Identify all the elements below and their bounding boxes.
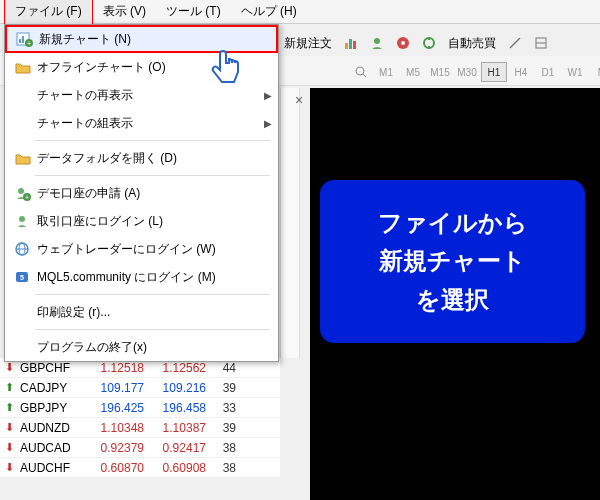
menu-item-label: チャートの再表示 (35, 87, 264, 104)
tf-w1[interactable]: W1 (562, 62, 588, 82)
menu-separator (35, 175, 270, 176)
close-icon[interactable]: × (295, 92, 303, 108)
web-icon (11, 239, 35, 259)
watchlist-row[interactable]: ⬆GBPJPY196.425196.45833 (0, 398, 280, 418)
demo-icon: + (11, 183, 35, 203)
blank-icon (11, 302, 35, 322)
file-menu-item[interactable]: +デモ口座の申請 (A) (5, 179, 278, 207)
svg-point-5 (401, 41, 405, 45)
menu-item-label: 印刷設定 (r)... (35, 304, 272, 321)
tf-mn[interactable]: M (589, 62, 600, 82)
file-menu-item[interactable]: +新規チャート (N) (5, 25, 278, 53)
menu-view[interactable]: 表示 (V) (93, 0, 156, 24)
chart-tool-icon[interactable] (530, 32, 552, 54)
file-dropdown: +新規チャート (N)オフラインチャート (O)チャートの再表示▶チャートの組表… (4, 24, 279, 362)
tf-m15[interactable]: M15 (427, 62, 453, 82)
blank-icon (11, 85, 35, 105)
arrow-down-icon: ⬇ (0, 361, 18, 374)
svg-point-12 (356, 67, 364, 75)
menu-item-label: データフォルダを開く (D) (35, 150, 272, 167)
arrow-down-icon: ⬇ (0, 441, 18, 454)
file-menu-item[interactable]: プログラムの終了(x) (5, 333, 278, 361)
bid-price: 1.10348 (88, 421, 150, 435)
spread-value: 39 (212, 381, 242, 395)
watchlist-row[interactable]: ⬇AUDCAD0.923790.9241738 (0, 438, 280, 458)
svg-line-9 (510, 38, 520, 48)
spread-value: 39 (212, 421, 242, 435)
menu-item-label: 新規チャート (N) (37, 31, 270, 48)
autotrade-button[interactable]: 自動売買 (444, 35, 500, 52)
svg-rect-1 (349, 39, 352, 49)
symbol-name: GBPCHF (18, 361, 88, 375)
menu-help[interactable]: ヘルプ (H) (231, 0, 307, 24)
options-icon[interactable] (418, 32, 440, 54)
menu-item-label: デモ口座の申請 (A) (35, 185, 272, 202)
spread-value: 44 (212, 361, 242, 375)
menu-file[interactable]: ファイル (F) (4, 0, 93, 25)
toolbar: 新規注文 自動売買 (280, 28, 552, 58)
spread-value: 38 (212, 461, 242, 475)
menu-tools[interactable]: ツール (T) (156, 0, 231, 24)
watchlist-row[interactable]: ⬇AUDNZD1.103481.1038739 (0, 418, 280, 438)
arrow-down-icon: ⬇ (0, 421, 18, 434)
file-menu-item[interactable]: 印刷設定 (r)... (5, 298, 278, 326)
symbol-name: AUDCHF (18, 461, 88, 475)
menu-item-label: オフラインチャート (O) (35, 59, 272, 76)
folder-icon (11, 148, 35, 168)
new-order-button[interactable]: 新規注文 (280, 35, 336, 52)
tf-h4[interactable]: H4 (508, 62, 534, 82)
watchlist-row[interactable]: ⬇AUDCHF0.608700.6090838 (0, 458, 280, 478)
file-menu-item[interactable]: データフォルダを開く (D) (5, 144, 278, 172)
symbol-name: CADJPY (18, 381, 88, 395)
folder-icon (11, 57, 35, 77)
submenu-arrow-icon: ▶ (264, 90, 272, 101)
file-menu-item[interactable]: 取引口座にログイン (L) (5, 207, 278, 235)
market-watch: ⬇GBPCHF1.125181.1256244⬆CADJPY109.177109… (0, 358, 280, 478)
callout-line: を選択 (336, 281, 569, 319)
tf-h1[interactable]: H1 (481, 62, 507, 82)
tf-m5[interactable]: M5 (400, 62, 426, 82)
mql5-icon: 5 (11, 267, 35, 287)
expert-icon[interactable] (392, 32, 414, 54)
arrow-down-icon: ⬇ (0, 461, 18, 474)
watchlist-row[interactable]: ⬆CADJPY109.177109.21639 (0, 378, 280, 398)
spread-value: 33 (212, 401, 242, 415)
menubar: ファイル (F) 表示 (V) ツール (T) ヘルプ (H) (0, 0, 600, 24)
file-menu-item[interactable]: 5MQL5.community にログイン (M) (5, 263, 278, 291)
arrow-up-icon: ⬆ (0, 381, 18, 394)
bid-price: 109.177 (88, 381, 150, 395)
svg-rect-8 (428, 46, 430, 49)
tf-m1[interactable]: M1 (373, 62, 399, 82)
profile-icon[interactable] (366, 32, 388, 54)
ask-price: 0.60908 (150, 461, 212, 475)
menu-item-label: 取引口座にログイン (L) (35, 213, 272, 230)
spread-value: 38 (212, 441, 242, 455)
svg-point-19 (18, 188, 24, 194)
file-menu-item[interactable]: チャートの再表示▶ (5, 81, 278, 109)
ask-price: 1.10387 (150, 421, 212, 435)
svg-rect-0 (345, 43, 348, 49)
symbol-name: AUDCAD (18, 441, 88, 455)
nav-panel (280, 88, 300, 358)
menu-item-label: ウェブトレーダーにログイン (W) (35, 241, 272, 258)
menu-item-label: MQL5.community にログイン (M) (35, 269, 272, 286)
file-menu-item[interactable]: チャートの組表示▶ (5, 109, 278, 137)
timeframe-bar: M1 M5 M15 M30 H1 H4 D1 W1 M (350, 60, 600, 84)
file-menu-item[interactable]: オフラインチャート (O) (5, 53, 278, 81)
ask-price: 196.458 (150, 401, 212, 415)
callout-line: ファイルから (336, 204, 569, 242)
bid-price: 0.60870 (88, 461, 150, 475)
file-menu-item[interactable]: ウェブトレーダーにログイン (W) (5, 235, 278, 263)
zoom-icon[interactable] (350, 61, 372, 83)
menu-separator (35, 294, 270, 295)
menu-separator (35, 140, 270, 141)
tf-m30[interactable]: M30 (454, 62, 480, 82)
new-chart-icon: + (13, 29, 37, 49)
chart-icon[interactable] (340, 32, 362, 54)
ask-price: 0.92417 (150, 441, 212, 455)
svg-point-3 (374, 38, 380, 44)
tf-d1[interactable]: D1 (535, 62, 561, 82)
svg-rect-15 (19, 39, 21, 43)
ask-price: 109.216 (150, 381, 212, 395)
line-tool-icon[interactable] (504, 32, 526, 54)
